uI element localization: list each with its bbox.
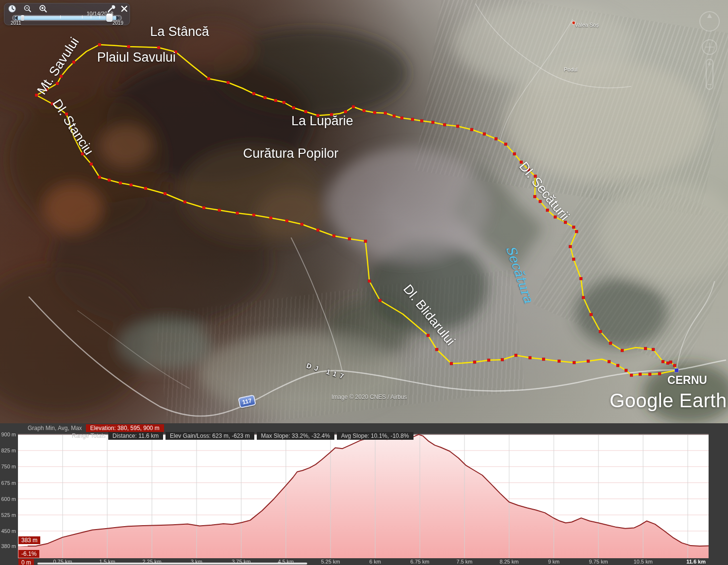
y-tick-label: 450 m <box>0 528 16 534</box>
waypoint-marker <box>285 219 288 222</box>
slider-tick <box>99 16 100 18</box>
clock-icon[interactable] <box>8 4 17 13</box>
waypoint-marker <box>218 209 221 212</box>
profile-header-row1: Graph Min, Avg, Max Elevation: 380, 595,… <box>28 424 164 432</box>
waypoint-marker <box>648 373 651 376</box>
waypoint-marker <box>332 234 335 237</box>
waypoint-marker <box>533 195 536 198</box>
waypoint-marker <box>529 356 531 359</box>
waypoint-marker <box>625 369 628 372</box>
waypoint-marker <box>384 112 387 115</box>
waypoint-marker <box>470 128 473 131</box>
zoom-in-icon[interactable] <box>39 4 48 13</box>
gain-loss-stat: Elev Gain/Loss: 623 m, -623 m <box>165 432 254 440</box>
waypoint-marker <box>364 240 367 243</box>
waypoint-marker <box>630 374 633 377</box>
y-tick-label: 750 m <box>0 464 16 469</box>
horizontal-scrollbar[interactable] <box>37 563 307 565</box>
waypoint-marker <box>373 111 376 114</box>
range-totals-label: Range Totals <box>72 432 106 439</box>
waypoint-marker <box>514 354 517 357</box>
step-forward-icon[interactable] <box>116 16 121 20</box>
map-label: Curătura Popilor <box>243 146 339 161</box>
waypoint-marker <box>72 61 75 64</box>
waypoint-marker <box>572 226 575 229</box>
slider-tick <box>91 16 91 18</box>
zoom-out-icon[interactable] <box>23 4 32 13</box>
waypoint-marker <box>344 110 347 113</box>
x-tick-label: 6 km <box>360 559 390 565</box>
time-slider-handle[interactable] <box>106 14 113 22</box>
waypoint-marker <box>599 330 602 333</box>
waypoint-marker <box>393 115 396 117</box>
y-tick-label: 675 m <box>0 480 16 486</box>
slider-tick <box>82 16 83 18</box>
waypoint-marker <box>119 182 122 184</box>
x-tick-label: 8.25 km <box>494 559 524 565</box>
waypoint-marker <box>450 362 453 365</box>
map-label: La Stâncă <box>150 24 209 39</box>
waypoint-marker <box>483 133 486 135</box>
cursor-elevation-badge: 383 m <box>18 536 40 544</box>
graph-stats-label: Graph Min, Avg, Max <box>28 425 82 432</box>
slider-start-year: 2011 <box>11 20 21 26</box>
roads <box>29 4 726 416</box>
avg-slope-stat: Avg Slope: 10.1%, -10.8% <box>337 432 414 440</box>
time-slider-panel[interactable]: 10/14/2018 2011 2019 <box>4 3 130 25</box>
waypoint-marker <box>368 280 371 282</box>
elevation-profile-panel[interactable]: 380 m450 m525 m600 m675 m750 m825 m900 m… <box>0 423 728 565</box>
waypoint-marker <box>673 364 676 367</box>
waypoint-marker <box>130 183 132 186</box>
waypoint-marker <box>35 94 38 97</box>
step-back-icon[interactable] <box>13 16 18 20</box>
waypoint-marker <box>164 192 166 195</box>
waypoint-marker <box>616 364 619 367</box>
waypoint-marker <box>98 176 101 179</box>
satellite-view[interactable]: La StâncăPlaiul SavuluiMt. SavuluiDl. St… <box>0 0 728 423</box>
waypoint-marker <box>274 99 277 102</box>
navigation-controls[interactable] <box>700 12 719 89</box>
waypoint-marker <box>644 347 647 350</box>
waypoint-marker <box>264 96 266 99</box>
waypoint-marker <box>487 359 490 362</box>
waypoint-marker <box>621 349 624 352</box>
gps-track <box>35 43 678 377</box>
google-earth-window: La StâncăPlaiul SavuluiMt. SavuluiDl. St… <box>0 0 728 565</box>
waypoint-marker <box>420 119 423 122</box>
x-tick-label: 6.75 km <box>405 559 435 565</box>
waypoint-marker <box>609 342 612 345</box>
elevation-chart[interactable] <box>0 423 728 565</box>
waypoint-marker <box>144 187 147 190</box>
google-earth-logo: Google Earth <box>610 390 727 412</box>
waypoint-marker <box>575 230 578 233</box>
y-tick-label: 380 m <box>0 543 16 549</box>
cursor-slope-badge: -6.1% <box>18 550 39 558</box>
waypoint-marker <box>572 258 575 261</box>
y-tick-label: 825 m <box>0 448 16 453</box>
waypoint-marker <box>127 45 130 48</box>
waypoint-marker <box>495 137 497 140</box>
profile-header-row2: Range Totals Distance: 11.6 km Elev Gain… <box>72 432 414 439</box>
x-tick-label: 5.25 km <box>315 559 346 565</box>
waypoint-marker <box>658 372 661 375</box>
waypoint-marker <box>411 118 414 121</box>
time-slider-track[interactable] <box>12 15 122 21</box>
waypoint-marker <box>236 212 239 215</box>
waypoint-marker <box>539 200 542 203</box>
waypoint-marker <box>316 229 319 232</box>
elevation-stat: Elevation: 380, 595, 900 m <box>86 424 164 432</box>
range-start-handle[interactable] <box>21 15 24 21</box>
x-tick-label: 9.75 km <box>583 559 613 565</box>
waypoint-marker <box>573 361 576 364</box>
waypoint-marker <box>669 361 672 364</box>
map-label: Plaiul Savului <box>97 50 176 65</box>
waypoint-marker <box>282 101 285 104</box>
waypoint-marker <box>456 125 459 128</box>
waypoint-marker <box>379 299 381 302</box>
waypoint-marker <box>304 110 307 113</box>
waypoint-marker <box>183 200 186 203</box>
waypoint-marker <box>400 116 403 119</box>
y-tick-label: 900 m <box>0 432 16 437</box>
waypoint-marker <box>590 313 593 316</box>
track-line <box>36 45 677 375</box>
